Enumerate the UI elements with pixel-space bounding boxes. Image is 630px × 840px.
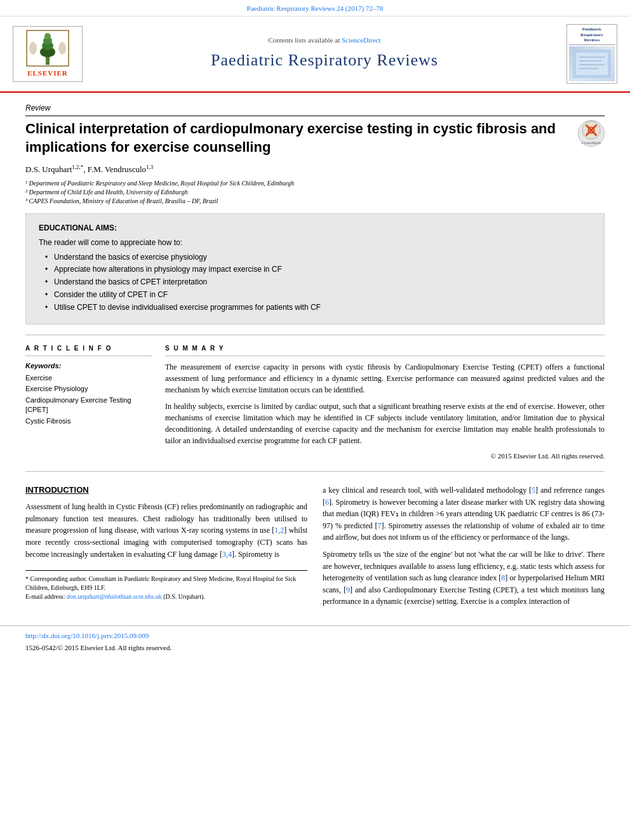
ref-8-link[interactable]: 8	[501, 573, 505, 582]
summary-para-2: In healthy subjects, exercise is limited…	[165, 401, 605, 446]
footnote-star-text: * Corresponding author. Consultant in Pa…	[25, 575, 307, 592]
elsevier-tree-icon	[25, 29, 70, 67]
page-footer: http://dx.doi.org/10.1016/j.prrv.2015.09…	[0, 625, 630, 657]
affiliations: ¹ Department of Paediatric Respiratory a…	[25, 179, 605, 206]
intro-right-para-2: Spirometry tells us 'the size of the eng…	[323, 549, 605, 608]
body-two-col: INTRODUCTION Assessment of lung health i…	[25, 482, 605, 613]
summary-para-1: The measurement of exercise capacity in …	[165, 361, 605, 396]
journal-header: ELSEVIER Contents lists available at Sci…	[0, 17, 630, 92]
section-type-label: Review	[25, 103, 605, 117]
list-item: Consider the utility of CPET in CF	[45, 290, 591, 300]
crossmark-badge[interactable]: CrossMark	[578, 120, 605, 147]
article-title: Clinical interpretation of cardiopulmona…	[25, 120, 568, 156]
crossmark-icon	[581, 121, 601, 140]
journal-citation: Paediatric Respiratory Reviews 24 (2017)…	[247, 4, 384, 12]
footnote-email-line: E-mail address: don.urquhart@nhslothian.…	[25, 592, 307, 601]
svg-point-6	[29, 42, 37, 55]
ref-9-link[interactable]: 9	[346, 585, 350, 594]
body-left-col: INTRODUCTION Assessment of lung health i…	[25, 484, 307, 613]
affiliation-3: ³ CAPES Foundation, Ministry of Educatio…	[25, 197, 605, 206]
keywords-label: Keywords:	[25, 361, 152, 371]
ref-7-link[interactable]: 7	[377, 521, 381, 530]
cover-title: PaediatricRespiratoryReviews	[569, 27, 615, 44]
affiliation-1: ¹ Department of Paediatric Respiratory a…	[25, 179, 605, 188]
keyword-cf: Cystic Fibrosis	[25, 417, 152, 426]
ref-1-link[interactable]: 1,2	[274, 526, 284, 535]
elsevier-logo: ELSEVIER	[13, 26, 83, 81]
list-item: Understand the basics of exercise physio…	[45, 252, 591, 263]
issn-text: 1526-0542/© 2015 Elsevier Ltd. All right…	[25, 644, 171, 651]
ref-5-link[interactable]: 5	[532, 486, 535, 495]
author2-sup: 1,3	[146, 164, 153, 170]
list-item: Appreciate how alterations in physiology…	[45, 264, 591, 275]
main-content: Review Clinical interpretation of cardio…	[0, 93, 630, 625]
svg-rect-9	[576, 53, 608, 75]
footnote-email-link[interactable]: don.urquhart@nhslothian.scot.nhs.uk	[67, 593, 162, 600]
elsevier-label: ELSEVIER	[27, 69, 68, 78]
body-right-col: a key clinical and research tool, with w…	[323, 484, 605, 613]
educational-aims-box: EDUCATIONAL AIMS: The reader will come t…	[25, 213, 605, 324]
author2-name: , F.M. Vendrusculo	[83, 164, 146, 174]
article-info-title: A R T I C L E I N F O	[25, 344, 152, 356]
keyword-cpet: Cardiopulmonary Exercise Testing [CPET]	[25, 396, 152, 415]
list-item: Understand the basics of CPET interpreta…	[45, 277, 591, 288]
list-item: Utilise CPET to devise individualised ex…	[45, 302, 591, 313]
svg-point-7	[58, 42, 66, 55]
svg-point-4	[44, 33, 51, 39]
sciencedirect-link[interactable]: ScienceDirect	[342, 36, 381, 44]
journal-cover-image: PaediatricRespiratoryReviews	[566, 24, 617, 83]
article-info-col: A R T I C L E I N F O Keywords: Exercise…	[25, 344, 152, 461]
ref-6-link[interactable]: 6	[325, 498, 329, 507]
journal-center: Contents lists available at ScienceDirec…	[83, 36, 566, 72]
authors-line: D.S. Urquhart1,2,*, F.M. Vendrusculo1,3	[25, 163, 605, 176]
crossmark-label: CrossMark	[581, 140, 601, 147]
footnote-area: * Corresponding author. Consultant in Pa…	[25, 570, 307, 601]
ref-3-link[interactable]: 3,4	[222, 550, 232, 559]
educational-aims-intro: The reader will come to appreciate how t…	[39, 237, 591, 248]
affiliation-2: ² Department of Child Life and Health, U…	[25, 188, 605, 197]
svg-rect-0	[46, 56, 50, 65]
footnote-email-label: E-mail address:	[25, 593, 65, 600]
footnote-email-name: (D.S. Urquhart).	[163, 593, 205, 600]
cover-placeholder	[569, 46, 615, 81]
intro-left-para-1: Assessment of lung health in Cystic Fibr…	[25, 501, 307, 560]
author1-name: D.S. Urquhart	[25, 164, 72, 174]
intro-heading: INTRODUCTION	[25, 484, 307, 496]
doi-link[interactable]: http://dx.doi.org/10.1016/j.prrv.2015.09…	[25, 631, 605, 641]
educational-aims-title: EDUCATIONAL AIMS:	[39, 223, 591, 234]
educational-aims-list: Understand the basics of exercise physio…	[39, 252, 591, 313]
intro-right-para-1: a key clinical and research tool, with w…	[323, 484, 605, 543]
journal-citation-bar: Paediatric Respiratory Reviews 24 (2017)…	[0, 0, 630, 17]
section-divider	[25, 471, 605, 472]
summary-col: S U M M A R Y The measurement of exercis…	[165, 344, 605, 461]
summary-title: S U M M A R Y	[165, 344, 605, 356]
author1-sup: 1,2,*	[72, 164, 83, 170]
contents-line: Contents lists available at ScienceDirec…	[83, 36, 566, 45]
article-title-row: Clinical interpretation of cardiopulmona…	[25, 120, 605, 156]
copyright-line: © 2015 Elsevier Ltd. All rights reserved…	[165, 451, 605, 461]
article-info-summary-section: A R T I C L E I N F O Keywords: Exercise…	[25, 335, 605, 461]
keyword-physiology: Exercise Physiology	[25, 384, 152, 394]
keyword-exercise: Exercise	[25, 373, 152, 383]
journal-title: Paediatric Respiratory Reviews	[83, 49, 566, 72]
